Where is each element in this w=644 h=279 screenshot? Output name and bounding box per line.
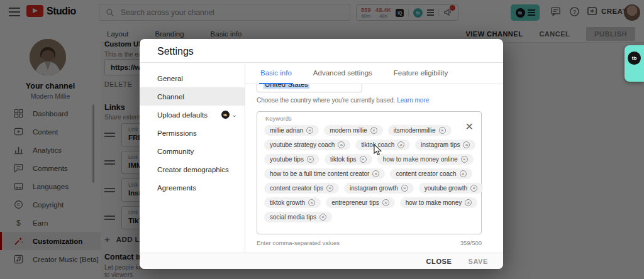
keyword-text: how to be a full time content creator [270, 170, 369, 177]
keyword-text: youtube tips [270, 156, 304, 163]
tab-basic-info[interactable]: Basic info [259, 63, 293, 84]
keyword-chip: content creator coach× [390, 168, 472, 179]
remove-keyword-icon[interactable]: × [360, 156, 367, 163]
remove-keyword-icon[interactable]: × [460, 170, 467, 177]
tab-feature-eligibility[interactable]: Feature eligibility [392, 63, 449, 84]
keyword-chip: tiktok growth× [264, 197, 321, 208]
keyword-chip: how to make money× [400, 197, 478, 208]
tab-advanced-settings[interactable]: Advanced settings [312, 63, 374, 84]
remove-keyword-icon[interactable]: × [308, 199, 315, 206]
remove-keyword-icon[interactable]: × [307, 156, 314, 163]
remove-keyword-icon[interactable]: × [382, 199, 389, 206]
settings-nav: GeneralChannelUpload defaultstb⌄Permissi… [140, 63, 245, 253]
keyword-text: content creator coach [396, 170, 456, 177]
remove-keyword-icon[interactable]: × [370, 127, 377, 134]
dialog-footer: CLOSE SAVE [140, 253, 503, 269]
keyword-chip: youtube strategy coach× [264, 140, 350, 150]
remove-keyword-icon[interactable]: × [401, 185, 408, 192]
keyword-text: social media tips [270, 214, 316, 221]
keyword-text: how to make money online [383, 156, 458, 163]
settings-nav-permissions[interactable]: Permissions [140, 124, 245, 142]
keyword-chip: youtube tips× [264, 154, 319, 165]
keyword-chip: tiktok tips× [325, 154, 372, 165]
keyword-text: youtube growth [425, 185, 467, 192]
keyword-text: entrepreneur tips [331, 199, 379, 206]
keyword-text: instagram tips [421, 141, 460, 148]
remove-keyword-icon[interactable]: × [461, 156, 468, 163]
settings-nav-channel[interactable]: Channel [140, 87, 245, 106]
settings-nav-upload-defaults[interactable]: Upload defaultstb⌄ [140, 106, 245, 124]
keyword-text: tiktok tips [330, 156, 357, 163]
settings-nav-community[interactable]: Community [140, 142, 245, 160]
keyword-text: modern millie [330, 127, 367, 134]
keyword-chip: how to make money online× [377, 154, 474, 165]
remove-keyword-icon[interactable]: × [470, 185, 477, 192]
keyword-chip: entrepreneur tips× [326, 197, 395, 208]
keywords-label: Keywords [265, 115, 292, 122]
keyword-chip: modern millie× [324, 125, 382, 136]
remove-keyword-icon[interactable]: × [338, 141, 345, 148]
dialog-title: Settings [157, 46, 194, 57]
remove-keyword-icon[interactable]: × [465, 199, 472, 206]
clear-keywords-icon[interactable]: ✕ [465, 122, 474, 132]
dialog-header: Settings [140, 39, 503, 63]
remove-keyword-icon[interactable]: × [397, 141, 404, 148]
youtube-studio-screen: Studio 859 60m 48.4K 48h iQ tb [0, 0, 644, 279]
keyword-chips: millie adrian×modern millie×itsmodernmil… [264, 125, 462, 226]
keyword-chip: social media tips× [264, 212, 332, 222]
settings-nav-agreements[interactable]: Agreements [140, 178, 245, 197]
keyword-chip: youtube growth× [419, 183, 483, 194]
remove-keyword-icon[interactable]: × [372, 170, 379, 177]
keyword-chip: tiktok coach× [355, 140, 410, 150]
country-help-text: Choose the country where you're currentl… [257, 97, 429, 104]
keyword-chip: content creator tips× [264, 183, 339, 194]
character-counter: 359/500 [460, 239, 482, 246]
learn-more-link[interactable]: Learn more [397, 97, 429, 104]
remove-keyword-icon[interactable]: × [326, 185, 333, 192]
keyword-text: millie adrian [270, 127, 303, 134]
mouse-cursor [374, 144, 382, 158]
keyword-chip: instagram growth× [344, 183, 414, 194]
keyword-chip: how to be a full time content creator× [264, 168, 385, 179]
chevron-down-icon[interactable]: ⌄ [232, 111, 237, 118]
keyword-text: instagram growth [350, 185, 398, 192]
settings-tabs: Basic infoAdvanced settingsFeature eligi… [245, 63, 503, 84]
keywords-help-text: Enter comma-separated values [257, 239, 340, 246]
remove-keyword-icon[interactable]: × [319, 214, 326, 221]
tubebuddy-icon: tb [221, 111, 230, 119]
settings-content: United States Choose the country where y… [245, 63, 503, 253]
keyword-text: tiktok growth [270, 199, 305, 206]
save-button[interactable]: SAVE [468, 258, 488, 265]
keyword-chip: itsmodernmillie× [388, 125, 452, 136]
remove-keyword-icon[interactable]: × [306, 127, 313, 134]
remove-keyword-icon[interactable]: × [439, 127, 446, 134]
keyword-chip: millie adrian× [264, 125, 319, 136]
settings-nav-creator-demographics[interactable]: Creator demographics [140, 160, 245, 178]
settings-dialog: Settings GeneralChannelUpload defaultstb… [140, 39, 503, 269]
tubebuddy-icon: tb [628, 52, 641, 65]
keyword-chip: instagram tips× [415, 140, 475, 150]
keywords-box[interactable]: Keywords ✕ millie adrian×modern millie×i… [257, 111, 482, 234]
tubebuddy-side-tab[interactable]: tb [625, 45, 644, 82]
remove-keyword-icon[interactable]: × [463, 141, 470, 148]
keyword-text: content creator tips [270, 185, 323, 192]
keyword-text: how to make money [406, 199, 462, 206]
keyword-text: itsmodernmillie [394, 127, 436, 134]
close-button[interactable]: CLOSE [426, 258, 452, 265]
settings-nav-general[interactable]: General [140, 69, 245, 87]
keyword-text: youtube strategy coach [270, 141, 335, 148]
